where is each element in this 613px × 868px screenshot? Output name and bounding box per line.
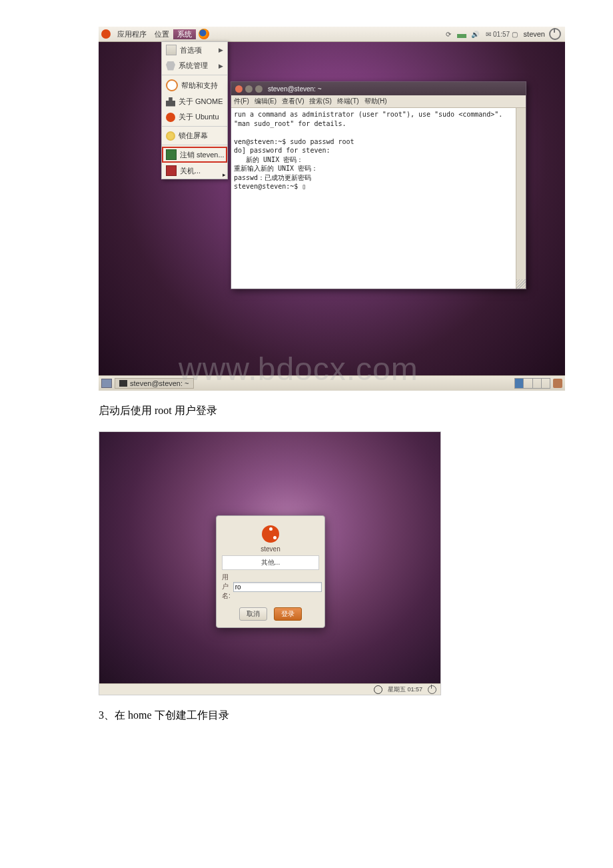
menuitem-label: 系统管理	[179, 61, 208, 71]
menuitem-administration[interactable]: 系统管理 ▶	[162, 58, 227, 73]
terminal-title: steven@steven: ~	[268, 85, 321, 93]
menuitem-label: 锁住屏幕	[179, 131, 208, 141]
menu-applications[interactable]: 应用程序	[113, 29, 151, 39]
bottom-taskbar: steven@steven: ~	[99, 375, 565, 391]
terminal-menubar: 件(F) 编辑(E) 查看(V) 搜索(S) 终端(T) 帮助(H)	[231, 95, 526, 108]
lock-icon	[166, 131, 175, 141]
submenu-arrow-icon: ▶	[219, 47, 223, 53]
window-minimize-button[interactable]	[245, 85, 253, 93]
ubuntu-logo-icon	[101, 29, 111, 39]
show-desktop-button[interactable]	[101, 379, 112, 388]
menu-system[interactable]: 系统	[173, 29, 196, 39]
menuitem-label: 关机...	[180, 166, 201, 176]
ubuntu-icon	[166, 113, 175, 122]
cursor-icon: ▸	[223, 171, 226, 178]
accessibility-icon[interactable]	[374, 685, 382, 694]
trash-icon[interactable]	[553, 379, 562, 388]
login-button[interactable]: 登录	[274, 607, 302, 621]
username-label: 用户名:	[222, 573, 231, 601]
preferences-icon	[166, 45, 177, 55]
menuitem-preferences[interactable]: 首选项 ▶	[162, 42, 227, 58]
window-maximize-button[interactable]	[255, 85, 263, 93]
resize-grip-icon[interactable]	[516, 279, 526, 289]
login-bottom-bar: 星期五 01:57	[99, 683, 440, 695]
menuitem-label: 关于 Ubuntu	[179, 112, 219, 122]
username-row: 用户名:	[222, 573, 319, 601]
menuitem-label: 注销 steven...	[180, 150, 225, 160]
volume-icon[interactable]: 🔊	[470, 29, 480, 39]
menu-places[interactable]: 位置	[151, 29, 173, 39]
panel-right: ⟳ 🔊 ✉ 01:57 ▢ steven	[444, 28, 565, 40]
menu-file[interactable]: 件(F)	[234, 97, 249, 106]
administration-icon	[166, 61, 175, 71]
terminal-body[interactable]: run a command as administrator (user "ro…	[231, 108, 526, 289]
caption-2: 3、在 home 下创建工作目录	[99, 709, 613, 723]
menuitem-logout[interactable]: 注销 steven...	[162, 147, 227, 163]
menuitem-label: 关于 GNOME	[179, 97, 223, 107]
menu-edit[interactable]: 编辑(E)	[255, 97, 277, 106]
top-panel: 应用程序 位置 系统 ⟳ 🔊 ✉ 01:57 ▢ steven	[99, 27, 565, 42]
panel-left: 应用程序 位置 系统	[99, 29, 209, 39]
clock-text[interactable]: 01:57	[497, 29, 506, 39]
user-other-option[interactable]: 其他...	[222, 555, 319, 570]
menu-help[interactable]: 帮助(H)	[364, 97, 387, 106]
menu-separator	[162, 126, 227, 127]
menu-view[interactable]: 查看(V)	[282, 97, 304, 106]
login-greeter: steven 其他... 用户名: 取消 登录	[216, 515, 325, 628]
menu-separator	[162, 75, 227, 75]
menuitem-about-ubuntu[interactable]: 关于 Ubuntu	[162, 109, 227, 125]
taskbar-right	[514, 378, 562, 389]
terminal-taskbar-icon	[119, 380, 127, 387]
menuitem-label: 帮助和支持	[181, 81, 218, 91]
menu-search[interactable]: 搜索(S)	[309, 97, 331, 106]
firefox-icon[interactable]	[199, 29, 209, 39]
taskbar-terminal-button[interactable]: steven@steven: ~	[115, 378, 194, 389]
window-close-button[interactable]	[235, 85, 243, 93]
login-clock: 星期五 01:57	[388, 685, 422, 694]
menu-terminal[interactable]: 终端(T)	[337, 97, 359, 106]
username-input[interactable]	[233, 582, 322, 592]
gnome-icon	[166, 97, 175, 107]
workspace-switcher[interactable]	[514, 378, 550, 389]
menuitem-lock-screen[interactable]: 锁住屏幕	[162, 128, 227, 143]
menuitem-label: 首选项	[180, 45, 202, 55]
power-icon[interactable]	[549, 28, 561, 40]
menuitem-shutdown[interactable]: 关机... ▸	[162, 163, 227, 179]
ubuntu-logo-icon	[262, 525, 279, 543]
user-label[interactable]: steven	[524, 30, 545, 38]
submenu-arrow-icon: ▶	[219, 63, 223, 69]
help-icon	[166, 79, 178, 91]
shutdown-icon	[166, 165, 177, 176]
taskbar-label: steven@steven: ~	[130, 379, 189, 387]
terminal-scrollbar[interactable]	[516, 108, 526, 289]
menuitem-help[interactable]: 帮助和支持	[162, 77, 227, 94]
caption-1: 启动后使用 root 用户登录	[99, 404, 613, 418]
menuitem-about-gnome[interactable]: 关于 GNOME	[162, 94, 227, 109]
ubuntu-login-screenshot: steven 其他... 用户名: 取消 登录 星期五 01:57	[99, 431, 441, 695]
network-icon[interactable]	[457, 29, 466, 39]
greeter-buttons: 取消 登录	[217, 607, 324, 621]
user-icon[interactable]: ▢	[510, 29, 520, 39]
mail-icon[interactable]: ✉	[484, 29, 493, 39]
logout-icon	[166, 149, 177, 160]
power-icon[interactable]	[428, 685, 436, 694]
cancel-button[interactable]: 取消	[239, 607, 267, 621]
ubuntu-desktop-screenshot: 应用程序 位置 系统 ⟳ 🔊 ✉ 01:57 ▢ steven 首选项 ▶	[99, 27, 565, 391]
menu-separator	[162, 145, 227, 145]
terminal-titlebar[interactable]: steven@steven: ~	[231, 82, 526, 95]
update-icon[interactable]: ⟳	[444, 29, 453, 39]
user-steven-label[interactable]: steven	[217, 545, 324, 553]
system-menu-dropdown: 首选项 ▶ 系统管理 ▶ 帮助和支持 关于 GNOME 关于 Ubuntu	[161, 41, 228, 179]
terminal-window: steven@steven: ~ 件(F) 编辑(E) 查看(V) 搜索(S) …	[231, 81, 526, 289]
